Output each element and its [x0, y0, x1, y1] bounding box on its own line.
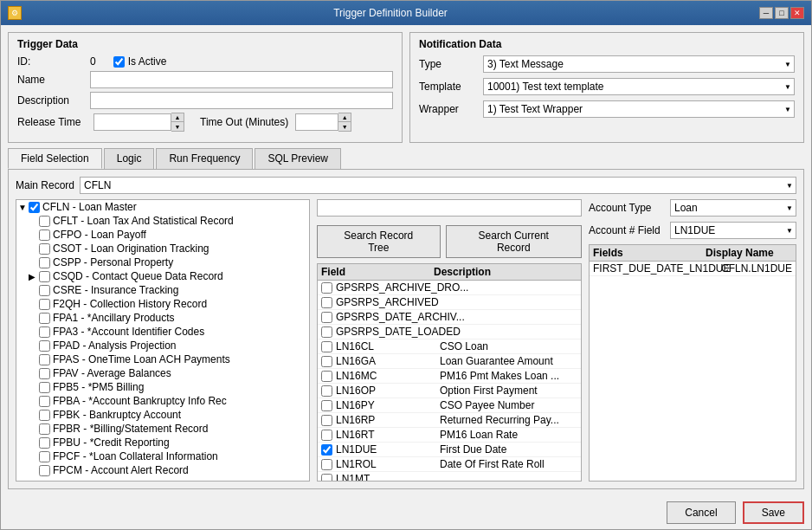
tree-item: FPCM - Account Alert Record [16, 463, 309, 477]
is-active-checkbox[interactable] [113, 56, 125, 68]
search-record-input[interactable] [317, 199, 582, 217]
app-icon: ⚙ [8, 6, 22, 20]
description-label: Description [17, 94, 87, 107]
tree-item-label[interactable]: FPAD - Analysis Projection [53, 339, 177, 352]
account-type-select[interactable]: Loan [670, 199, 796, 217]
tree-item-checkbox[interactable] [39, 382, 50, 393]
tree-item-label[interactable]: FPB5 - *PM5 Billing [53, 381, 144, 393]
tree-item-label[interactable]: FPCM - Account Alert Record [53, 464, 189, 476]
tree-item-label[interactable]: FPBA - *Account Bankruptcy Info Rec [53, 395, 227, 407]
account-field-select[interactable]: LN1DUE [670, 222, 796, 239]
field-name: LN16OP [336, 385, 440, 397]
tree-item-label[interactable]: FPAS - OneTime Loan ACH Payments [53, 353, 230, 365]
tree-item-checkbox[interactable] [39, 368, 50, 379]
release-time-up[interactable]: ▲ [171, 113, 184, 122]
tree-item-checkbox[interactable] [39, 243, 50, 255]
tree-item-label[interactable]: FPBR - *Billing/Statement Record [53, 423, 208, 435]
tab-field-selection[interactable]: Field Selection [8, 148, 102, 169]
name-input[interactable]: GPS Test [90, 71, 393, 88]
tree-item-label[interactable]: CFLT - Loan Tax And Statistical Record [53, 215, 234, 227]
field-checkbox[interactable] [321, 326, 332, 338]
field-checkbox[interactable] [321, 312, 332, 323]
field-checkbox[interactable] [321, 385, 332, 397]
field-name: LN1MT... [336, 473, 440, 482]
tab-sql-preview[interactable]: SQL Preview [255, 148, 341, 169]
tree-item-label[interactable]: FPAV - Average Balances [53, 367, 171, 379]
field-checkbox[interactable] [321, 371, 332, 382]
search-record-tree-button[interactable]: Search Record Tree [317, 225, 441, 258]
tree-item-checkbox[interactable] [29, 202, 40, 213]
save-button[interactable]: Save [743, 501, 804, 524]
field-checkbox[interactable] [321, 282, 332, 294]
tree-item-label[interactable]: FPBU - *Credit Reporting [53, 436, 170, 449]
tree-item-checkbox[interactable] [39, 285, 50, 296]
field-list-header: Field Description [318, 264, 581, 281]
tree-item-label[interactable]: CSPP - Personal Property [53, 256, 173, 268]
tab-content-inner: ▼CFLN - Loan MasterCFLT - Loan Tax And S… [16, 199, 796, 482]
tree-item-label[interactable]: FPA3 - *Account Identifier Codes [53, 326, 204, 338]
field-description: PM16 Loan Rate [440, 429, 577, 441]
field-row: GPSRPS_DATE_LOADED [318, 325, 581, 339]
tree-item: CSPP - Personal Property [16, 255, 309, 269]
tree-item-label[interactable]: FPA1 - *Ancillary Products [53, 312, 175, 324]
tree-item-checkbox[interactable] [39, 423, 50, 435]
template-select[interactable]: 10001) Test text template [483, 78, 795, 95]
desc-col-header: Description [434, 266, 577, 278]
tree-item: FPCF - *Loan Collateral Information [16, 449, 309, 463]
tree-item-label[interactable]: CSRE - Insurance Tracking [53, 284, 178, 296]
description-input[interactable]: GPS Test [90, 92, 393, 109]
field-checkbox[interactable] [321, 297, 332, 308]
field-checkbox[interactable] [321, 430, 332, 441]
tree-item-checkbox[interactable] [39, 216, 50, 227]
release-time-input[interactable]: 12:00:00 AM [93, 113, 171, 131]
tree-item-checkbox[interactable] [39, 299, 50, 310]
field-checkbox[interactable] [321, 444, 332, 456]
main-record-select[interactable]: CFLN [80, 177, 796, 194]
timeout-down[interactable]: ▼ [338, 122, 351, 131]
time-row: Release Time 12:00:00 AM ▲ ▼ Time Out (M… [17, 113, 393, 132]
tree-item-checkbox[interactable] [39, 465, 50, 476]
tree-expand-icon[interactable]: ▼ [18, 203, 29, 212]
type-select[interactable]: 3) Text Message 1) Email 2) SMS [483, 55, 795, 73]
tree-item-checkbox[interactable] [39, 354, 50, 365]
maximize-button[interactable]: □ [775, 7, 789, 19]
tree-item-label[interactable]: FPCF - *Loan Collateral Information [53, 450, 218, 462]
field-checkbox[interactable] [321, 341, 332, 352]
wrapper-select[interactable]: 1) Test Text Wrapper [483, 100, 795, 118]
minimize-button[interactable]: ─ [759, 7, 773, 19]
tree-item-checkbox[interactable] [39, 326, 50, 338]
tree-item-checkbox[interactable] [39, 437, 50, 449]
tree-item-checkbox[interactable] [39, 410, 50, 421]
field-description: PM16 Pmt Makes Loan ... [440, 370, 577, 382]
tree-item-label[interactable]: CFPO - Loan Payoff [53, 229, 146, 241]
close-button[interactable]: ✕ [790, 7, 804, 19]
tree-item-label[interactable]: FPBK - Bankruptcy Account [53, 409, 181, 421]
tree-item-checkbox[interactable] [39, 313, 50, 324]
is-active-label[interactable]: Is Active [113, 55, 167, 68]
tree-item-checkbox[interactable] [39, 271, 50, 282]
release-time-down[interactable]: ▼ [171, 122, 184, 131]
tree-item-label[interactable]: CFLN - Loan Master [42, 201, 137, 213]
tab-run-frequency[interactable]: Run Frequency [156, 148, 253, 169]
description-row: Description GPS Test [17, 92, 393, 109]
field-checkbox[interactable] [321, 474, 332, 482]
tree-expand-icon[interactable]: ▶ [29, 272, 39, 281]
timeout-input[interactable]: 3.00 [295, 113, 338, 131]
tree-container: ▼CFLN - Loan MasterCFLT - Loan Tax And S… [16, 199, 310, 482]
tree-item-checkbox[interactable] [39, 396, 50, 407]
search-current-record-button[interactable]: Search Current Record [446, 225, 582, 258]
tree-item-checkbox[interactable] [39, 229, 50, 241]
timeout-up[interactable]: ▲ [338, 113, 351, 122]
cancel-button[interactable]: Cancel [667, 501, 735, 524]
tree-item-label[interactable]: CSOT - Loan Origination Tracking [53, 242, 209, 255]
tree-item-label[interactable]: CSQD - Contact Queue Data Record [53, 270, 223, 282]
field-checkbox[interactable] [321, 415, 332, 426]
field-checkbox[interactable] [321, 459, 332, 470]
tree-item-checkbox[interactable] [39, 340, 50, 352]
tree-item-checkbox[interactable] [39, 257, 50, 268]
field-checkbox[interactable] [321, 400, 332, 411]
tree-item-label[interactable]: F2QH - Collection History Record [53, 298, 207, 310]
field-checkbox[interactable] [321, 356, 332, 367]
tab-logic[interactable]: Logic [104, 148, 155, 169]
tree-item-checkbox[interactable] [39, 451, 50, 462]
